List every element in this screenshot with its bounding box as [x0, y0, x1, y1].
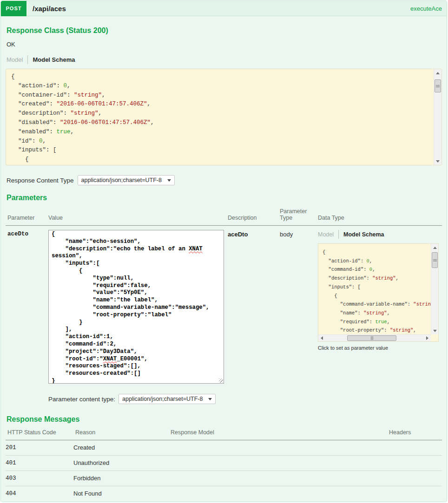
- endpoint-path[interactable]: /xapi/aces: [33, 5, 66, 13]
- execute-ace-link[interactable]: executeAce: [410, 5, 442, 12]
- col-headers: Headers: [389, 429, 442, 436]
- chevron-down-icon: [167, 179, 171, 182]
- schema-vertical-scrollbar[interactable]: [431, 244, 438, 334]
- tab-separator: [27, 55, 28, 64]
- scroll-left-button[interactable]: [318, 335, 325, 341]
- arrow-up-icon: [436, 72, 440, 74]
- response-class-tabs: Model Model Schema: [7, 55, 442, 64]
- response-messages-header-row: HTTP Status Code Reason Response Model H…: [6, 429, 442, 440]
- scrollbar-thumb[interactable]: [432, 252, 438, 268]
- parameter-description: aceDto: [228, 230, 280, 404]
- tab-model-schema-small[interactable]: Model Schema: [343, 231, 384, 238]
- scroll-down-button[interactable]: [434, 157, 441, 165]
- arrow-right-icon: [426, 336, 428, 340]
- scrollbar-grip-icon: [371, 336, 373, 340]
- tab-model[interactable]: Model: [7, 56, 23, 63]
- tab-model-small[interactable]: Model: [318, 231, 334, 238]
- status-code: 404: [6, 490, 73, 497]
- endpoint-panel: POST /xapi/aces executeAce Response Clas…: [0, 0, 447, 502]
- scrollbar-grip-icon: [433, 259, 437, 261]
- scrollbar-thumb[interactable]: [347, 335, 396, 341]
- data-type-tabs: Model Model Schema: [318, 230, 442, 239]
- schema-horizontal-scrollbar[interactable]: [318, 334, 431, 341]
- parameter-schema-code[interactable]: { "action-id": 0, "command-id": 0, "desc…: [318, 244, 431, 334]
- response-schema-codebox: { "action-id": 0, "container-id": "strin…: [6, 69, 442, 165]
- col-data-type: Data Type: [318, 215, 442, 221]
- tab-model-schema[interactable]: Model Schema: [33, 56, 75, 63]
- tab-separator: [338, 230, 339, 239]
- scrollbar-grip-icon: [436, 85, 440, 87]
- status-code: 201: [6, 444, 73, 451]
- response-messages-title: Response Messages: [7, 415, 442, 424]
- arrow-down-icon: [433, 330, 437, 332]
- parameter-content-type-label: Parameter content type:: [48, 396, 115, 403]
- chevron-down-icon: [208, 398, 212, 400]
- arrow-up-icon: [433, 247, 437, 249]
- parameter-name: aceDto: [7, 230, 48, 404]
- scroll-right-button[interactable]: [424, 335, 431, 341]
- col-response-model: Response Model: [171, 429, 389, 436]
- parameter-value-textarea[interactable]: { "name":"echo-session", "description":"…: [48, 230, 224, 384]
- col-description: Description: [228, 215, 280, 221]
- parameter-content-type-row: Parameter content type: application/json…: [48, 394, 228, 404]
- arrow-left-icon: [321, 336, 323, 340]
- response-schema-code[interactable]: { "action-id": 0, "container-id": "strin…: [6, 69, 434, 165]
- response-content-type-row: Response Content Type application/json;c…: [7, 175, 442, 185]
- status-reason: Not Found: [73, 490, 169, 497]
- scroll-up-button[interactable]: [434, 69, 441, 77]
- code-vertical-scrollbar[interactable]: [434, 69, 441, 165]
- scrollbar-thumb[interactable]: [435, 79, 441, 92]
- data-type-cell: Model Model Schema { "action-id": 0, "co…: [318, 230, 442, 404]
- parameter-schema-codebox[interactable]: { "action-id": 0, "command-id": 0, "desc…: [318, 243, 439, 342]
- parameter-value-cell: { "name":"echo-session", "description":"…: [48, 230, 228, 404]
- endpoint-content: Response Class (Status 200) OK Model Mod…: [1, 26, 447, 502]
- parameter-content-type-value: application/json;charset=UTF-8: [122, 396, 203, 402]
- parameters-title: Parameters: [7, 194, 442, 202]
- response-class-title: Response Class (Status 200): [7, 26, 442, 35]
- status-code: 403: [6, 475, 73, 482]
- col-parameter-type: Parameter Type: [280, 208, 318, 221]
- status-reason: Forbidden: [73, 475, 169, 482]
- scroll-down-button[interactable]: [431, 327, 438, 334]
- parameter-content-type-select[interactable]: application/json;charset=UTF-8: [119, 394, 216, 404]
- col-value: Value: [48, 215, 228, 221]
- response-content-type-label: Response Content Type: [7, 177, 74, 184]
- response-content-type-value: application/json;charset=UTF-8: [81, 177, 162, 183]
- status-code: 401: [6, 460, 73, 466]
- endpoint-heading: POST /xapi/aces executeAce: [1, 1, 447, 16]
- http-method-badge[interactable]: POST: [1, 1, 26, 16]
- arrow-down-icon: [436, 160, 440, 163]
- status-reason: Created: [73, 444, 169, 451]
- status-reason: Unauthorized: [73, 459, 169, 466]
- col-http-status-code: HTTP Status Code: [7, 429, 75, 436]
- schema-click-hint: Click to set as parameter value: [318, 345, 442, 351]
- col-reason: Reason: [75, 429, 171, 436]
- response-status-text: OK: [7, 41, 442, 48]
- response-content-type-select[interactable]: application/json;charset=UTF-8: [78, 175, 175, 185]
- response-message-row: 403 Forbidden: [6, 471, 442, 486]
- response-message-row: 404 Not Found: [6, 486, 442, 501]
- parameter-row: aceDto { "name":"echo-session", "descrip…: [6, 226, 442, 404]
- parameters-header-row: Parameter Value Description Parameter Ty…: [6, 208, 442, 226]
- parameter-type: body: [280, 230, 318, 404]
- col-parameter: Parameter: [7, 215, 48, 221]
- response-message-row: 201 Created: [6, 440, 442, 456]
- response-message-row: 401 Unauthorized: [6, 456, 442, 471]
- scroll-up-button[interactable]: [431, 244, 438, 251]
